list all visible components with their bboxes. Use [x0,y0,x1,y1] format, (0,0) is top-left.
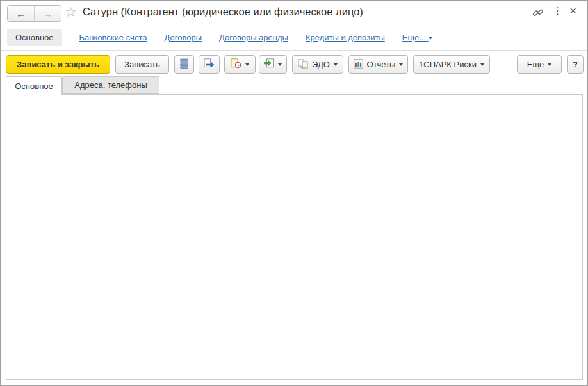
records-list-icon [180,58,188,71]
history-nav-group: ← → [7,5,61,22]
reports-button-label: Отчеты [367,60,396,69]
back-button[interactable]: ← [8,6,35,21]
save-button[interactable]: Записать [115,55,169,74]
nav-item-more[interactable]: Еще... [402,33,432,42]
register-records-button[interactable] [174,55,194,74]
chevron-down-icon [245,63,249,66]
nav-item-more-label: Еще... [402,33,426,42]
save-and-close-button[interactable]: Записать и закрыть [6,55,110,74]
app-window: ← → ☆ Сатурн (Контрагент (юридическое ил… [0,0,588,386]
edo-exchange-icon [298,59,308,71]
chevron-down-icon [399,63,403,66]
help-button[interactable]: ? [567,55,584,74]
section-nav: Основное Банковские счета Договоры Догов… [1,25,587,51]
form-panel [6,94,583,380]
nav-item-credits-deposits[interactable]: Кредиты и депозиты [306,33,385,42]
document-movements-icon [204,58,215,71]
file-history-icon [231,58,241,71]
edo-button-label: ЭДО [312,60,330,69]
reports-button[interactable]: Отчеты [348,55,408,74]
nav-item-main[interactable]: Основное [7,29,62,46]
chevron-down-icon [334,63,338,66]
spark-risks-button-label: 1СПАРК Риски [419,60,477,69]
create-based-on-icon [264,58,274,71]
nav-item-contracts[interactable]: Договоры [165,33,202,42]
tab-addresses[interactable]: Адреса, телефоны [62,76,159,94]
page-title: Сатурн (Контрагент (юридическое или физи… [83,6,363,18]
chevron-down-icon [429,37,432,40]
chevron-down-icon [548,63,551,66]
chevron-down-icon [278,63,282,66]
reports-chart-icon [354,59,363,71]
nav-item-lease-contracts[interactable]: Договоры аренды [219,33,288,42]
chevron-down-icon [480,63,484,66]
close-icon[interactable]: × [569,4,576,18]
tab-main[interactable]: Основное [6,76,62,95]
more-actions-button-label: Еще [527,60,544,69]
get-link-icon[interactable] [532,7,544,21]
create-based-on-button[interactable] [259,55,287,74]
edo-button[interactable]: ЭДО [292,55,343,74]
forward-button[interactable]: → [35,6,61,21]
favorite-star-icon[interactable]: ☆ [65,4,77,20]
spark-risks-button[interactable]: 1СПАРК Риски [413,55,490,74]
nav-item-bank-accounts[interactable]: Банковские счета [79,33,147,42]
more-menu-icon[interactable]: ⋮ [553,5,562,17]
more-actions-button[interactable]: Еще [517,55,562,74]
title-bar: ← → ☆ Сатурн (Контрагент (юридическое ил… [1,1,587,25]
document-movements-button[interactable] [199,55,220,74]
attached-files-button[interactable] [224,55,256,74]
